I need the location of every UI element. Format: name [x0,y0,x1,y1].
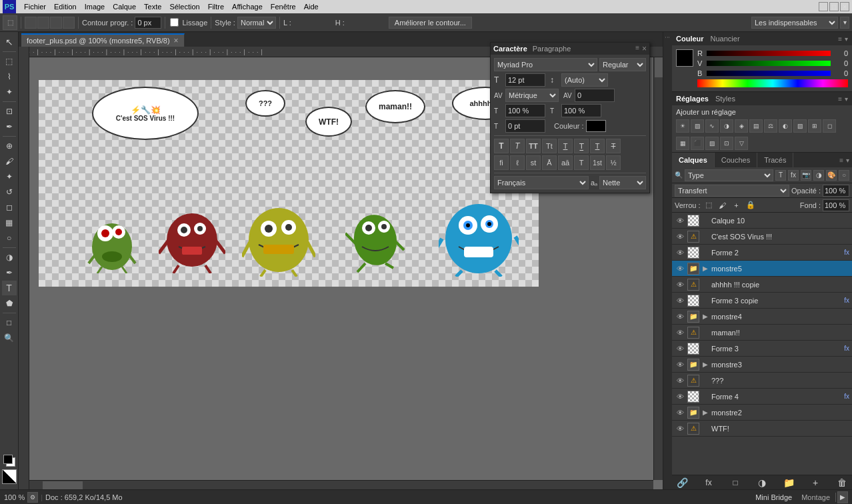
sub-btn[interactable]: T̲ [574,139,589,153]
reglage-btn-vibrance[interactable]: ◈ [735,119,748,133]
traces-tab[interactable]: Tracés [757,153,793,167]
char-color-btn[interactable] [586,120,606,132]
reglage-btn-curves[interactable]: ∿ [705,119,719,133]
menu-affichage[interactable]: Affichage [228,2,267,11]
pen-tool[interactable]: ✒ [2,265,17,280]
reglage-btn-photo[interactable]: ▧ [793,119,807,133]
brush-tool[interactable]: 🖌 [2,154,17,169]
char-panel-header[interactable]: Caractère Paragraphe ≡ × [491,43,649,55]
layer-item[interactable]: 👁Forme 2fx [672,245,852,261]
layer-eye-btn[interactable]: 👁 [675,295,685,306]
reglage-btn-poster[interactable]: ▦ [676,137,689,150]
layer-item[interactable]: 👁📁▶monstre2 [672,405,852,421]
sel-add-btn[interactable] [37,17,49,29]
panel-drag-handle[interactable]: ⋮ [665,35,671,40]
layer-item[interactable]: 👁⚠maman!! [672,325,852,341]
menu-image[interactable]: Image [81,2,109,11]
layer-item[interactable]: 👁⚠C'est SOS Virus !!! [672,229,852,245]
layer-item[interactable]: 👁⚠WTF! [672,421,852,437]
stamp-tool[interactable]: ✦ [2,169,17,184]
menu-fichier[interactable]: Fichier [20,2,50,11]
sel-new-btn[interactable] [25,17,37,29]
menu-texte[interactable]: Texte [140,2,165,11]
color-spectrum[interactable] [697,79,848,87]
couches-tab[interactable]: Couches [715,153,757,167]
slider-r-track[interactable] [707,51,831,56]
font-style-select[interactable]: Regular [599,58,646,71]
ordinal-btn[interactable]: Ā [542,155,557,170]
workspace-expand-btn[interactable]: ▾ [840,17,849,29]
lasso-tool[interactable]: ⌇ [2,69,17,84]
slider-g-track[interactable] [707,61,831,66]
layer-expand-btn[interactable]: ▶ [701,361,709,368]
close-btn[interactable]: × [840,2,849,11]
layer-expand-btn[interactable]: ▶ [701,313,709,320]
filter-fx-btn[interactable]: fx [788,170,799,181]
lissage-checkbox[interactable] [170,18,179,27]
add-mask-btn[interactable]: □ [729,477,741,489]
heal-tool[interactable]: ⊕ [2,139,17,153]
kern-input[interactable] [575,89,615,102]
contour-input[interactable] [135,17,161,29]
lock-transparent-btn[interactable]: ⬚ [703,199,715,211]
leading-select[interactable]: (Auto) [561,73,608,87]
history-tool[interactable]: ↺ [2,185,17,199]
color-tab-couleur[interactable]: Couleur [676,35,704,43]
layer-eye-btn[interactable]: 👁 [675,215,685,226]
path-tool[interactable]: ⬟ [2,296,17,311]
reglage-btn-exposure[interactable]: ◑ [720,119,733,133]
canvas-tab-close-btn[interactable]: × [174,36,179,45]
eraser-tool[interactable]: ◻ [2,200,17,215]
layer-eye-btn[interactable]: 👁 [675,311,685,322]
allcaps-btn[interactable]: TT [526,139,541,153]
lock-pixels-btn[interactable]: 🖌 [717,199,729,211]
reglage-btn-threshold[interactable]: ⬛ [691,137,704,150]
color-panel-menu-btn[interactable]: ≡ [838,35,842,43]
lock-position-btn[interactable]: + [731,199,743,211]
layer-expand-btn[interactable]: ▶ [701,409,709,416]
color-swatches[interactable] [2,453,17,468]
layer-eye-btn[interactable]: 👁 [675,391,685,402]
filter-color-btn[interactable]: 🎨 [826,170,837,181]
strikethrough-btn[interactable]: T [606,139,621,153]
blend-mode-select[interactable]: Transfert [675,185,789,197]
reglages-menu-btn[interactable]: ≡ [838,95,842,103]
scale-h-input[interactable] [505,104,545,117]
layer-item[interactable]: 👁Forme 4fx [672,389,852,405]
scrollbar-thumb-h[interactable] [43,481,83,489]
filter-adj-btn[interactable]: ◑ [813,170,824,181]
canvas-options-btn[interactable]: ⚙ [27,492,38,503]
layer-item[interactable]: 👁⚠??? [672,373,852,389]
blur-tool[interactable]: ○ [2,231,17,245]
layer-expand-btn[interactable]: ▶ [701,265,709,272]
default-colors-btn[interactable] [2,469,17,484]
antialiasing-select[interactable]: Nette [599,176,646,189]
color-tab-nuancier[interactable]: Nuancier [711,35,740,43]
color-panel-collapse-btn[interactable]: ▾ [845,35,848,43]
opacity-input[interactable] [823,185,849,197]
montage-tab[interactable]: Montage [797,493,834,501]
reglage-btn-channel[interactable]: ⊞ [808,119,821,133]
baseline-input[interactable] [505,119,545,133]
bold-btn[interactable]: T [494,139,509,153]
reglage-btn-brightness[interactable]: ☀ [676,119,689,133]
dodge-tool[interactable]: ◑ [2,250,17,265]
layer-item[interactable]: 👁Forme 3fx [672,341,852,357]
layer-item[interactable]: 👁Calque 10 [672,213,852,229]
fraction-btn[interactable]: ½ [606,155,621,170]
scrollbar-thumb-v[interactable] [655,57,663,77]
reglage-btn-down1[interactable]: ▽ [735,137,748,150]
reglage-btn-selection[interactable]: ⊡ [720,137,733,150]
layer-type-filter[interactable]: Type [685,169,773,181]
styles-tab[interactable]: Styles [715,95,735,103]
titling-btn[interactable]: T [574,155,589,170]
oldstyle-btn[interactable]: ℓ [510,155,525,170]
eyedropper-tool[interactable]: ✒ [2,119,17,134]
ameliorer-btn[interactable]: Améliorer le contour... [389,17,472,29]
delete-layer-btn[interactable]: 🗑 [836,477,848,489]
maximize-btn[interactable]: □ [829,2,839,11]
filter-T-btn[interactable]: T [775,170,786,181]
char-panel-close-icon[interactable]: × [642,44,647,53]
reglage-btn-gradient[interactable]: ▨ [705,137,719,150]
tool-options-btn1[interactable]: ⬚ [3,15,17,30]
